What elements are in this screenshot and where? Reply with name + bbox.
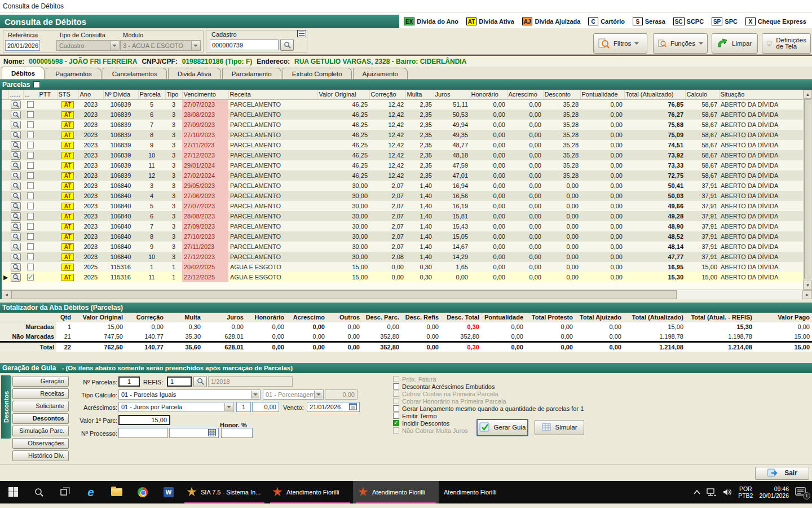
column-header[interactable]: ... — [23, 90, 38, 99]
checkbox-gerar-lan-amento-mesmo-quando-[interactable]: Gerar Lançamento mesmo quando a quantida… — [393, 405, 584, 412]
vertical-scroll-thumb[interactable] — [804, 99, 811, 279]
clock[interactable]: 09:4620/01/2026 — [759, 485, 789, 499]
column-header[interactable]: Honorário — [470, 90, 507, 99]
scroll-left-button[interactable]: ◄ — [2, 290, 11, 299]
table-row[interactable]: AT20231068395327/07/2023PARCELAMENTO46,2… — [2, 99, 805, 110]
checkbox-descontar-acr-scimos-embutidos[interactable]: Descontar Acréscimos Embutidos — [393, 383, 495, 390]
row-detail-button[interactable] — [11, 161, 21, 170]
column-header[interactable]: Tipo — [165, 90, 182, 99]
taskbar-search-button[interactable] — [26, 481, 52, 503]
row-checkbox[interactable] — [27, 233, 34, 240]
table-row[interactable]: AT20231068406328/08/2023PARCELAMENTO30,0… — [2, 211, 805, 221]
table-row[interactable]: AT20231068398327/10/2023PARCELAMENTO46,2… — [2, 130, 805, 140]
table-row[interactable]: AT20231068396328/08/2023PARCELAMENTO46,2… — [2, 110, 805, 120]
checkbox-icon[interactable] — [393, 427, 399, 433]
scroll-down-button[interactable]: ▼ — [804, 281, 812, 290]
guia-nav-geração[interactable]: Geração — [12, 376, 69, 387]
guia-nav-descontos[interactable]: Descontos — [12, 413, 69, 424]
limpar-button[interactable]: Limpar — [712, 33, 758, 54]
checkbox-cobrar-honor-rio-na-primeira-p[interactable]: Cobrar Honorário na Primeira Parcela — [393, 398, 506, 405]
definicoes-tela-button[interactable]: Definiçõesde Tela — [762, 33, 811, 54]
calendar-icon[interactable] — [349, 403, 357, 410]
checkbox-emitir-termo[interactable]: Emitir Termo — [393, 413, 437, 419]
honor-input[interactable] — [221, 428, 253, 438]
table-row[interactable]: AT202310684010327/12/2023PARCELAMENTO30,… — [2, 252, 805, 262]
list-icon[interactable] — [297, 30, 306, 37]
internet-explorer-icon[interactable]: e — [78, 481, 104, 503]
column-header[interactable]: Desconto — [543, 90, 580, 99]
tab-débitos[interactable]: Débitos — [2, 67, 45, 79]
referencia-field[interactable]: 20/01/2026 — [5, 40, 40, 51]
table-row[interactable]: AT20231068404327/06/2023PARCELAMENTO30,0… — [2, 191, 805, 201]
taskbar-item[interactable]: Atendimento Fiorilli — [267, 481, 353, 503]
acrescimos-n-input[interactable]: 1 — [236, 402, 251, 412]
horizontal-scrollbar[interactable]: ◄ ► — [2, 290, 812, 299]
row-detail-button[interactable] — [11, 202, 21, 211]
guia-nav-observações[interactable]: Observações — [12, 438, 69, 449]
tab-pagamentos[interactable]: Pagamentos — [46, 68, 102, 79]
checkbox-cobrar-custas-na-primeira-parc[interactable]: Cobrar Custas na Primeira Parcela — [393, 391, 498, 397]
gerar-guia-button[interactable]: Gerar Guia — [476, 419, 528, 436]
tab-extrato-completo[interactable]: Extrato Completo — [283, 68, 352, 79]
checkbox-icon[interactable] — [393, 376, 399, 382]
table-row[interactable]: AT20231068397327/09/2023PARCELAMENTO46,2… — [2, 120, 805, 130]
row-detail-button[interactable] — [11, 233, 21, 241]
checkbox-icon[interactable] — [393, 405, 399, 411]
guia-nav-solicitante[interactable]: Solicitante — [12, 401, 69, 411]
start-button[interactable] — [0, 481, 26, 503]
table-row[interactable]: AT20231068399327/11/2023PARCELAMENTO46,2… — [2, 140, 805, 150]
row-checkbox[interactable] — [27, 172, 34, 179]
tipo-consulta-select[interactable]: Cadastro — [56, 40, 120, 51]
scroll-up-button[interactable]: ▲ — [804, 90, 812, 99]
checkbox-icon[interactable] — [393, 413, 399, 419]
row-detail-button[interactable] — [11, 151, 21, 160]
horizontal-scroll-thumb[interactable] — [11, 290, 677, 299]
checkbox-incidir-descontos[interactable]: Incidir Descontos — [393, 420, 449, 427]
vencto-input[interactable]: 21/01/2026 — [307, 402, 360, 412]
row-detail-button[interactable] — [11, 121, 21, 129]
column-header[interactable]: Vencimento — [182, 90, 228, 99]
row-checkbox[interactable] — [27, 142, 34, 148]
file-explorer-icon[interactable] — [104, 481, 130, 503]
row-detail-button[interactable] — [11, 263, 21, 271]
scroll-right-button[interactable]: ► — [802, 290, 812, 299]
row-checkbox[interactable] — [27, 182, 34, 189]
valor-parc-input[interactable]: 15,00 — [118, 415, 170, 425]
n-parcelas-input[interactable]: 1 — [118, 376, 140, 387]
row-checkbox[interactable] — [27, 253, 34, 260]
taskbar-item[interactable]: SIA 7.5 - Sistema In... — [182, 481, 267, 503]
row-detail-button[interactable] — [11, 131, 21, 139]
tipo-calculo-select[interactable]: 01 - Parcelas Iguais — [118, 389, 261, 400]
column-header[interactable]: Juros — [434, 90, 470, 99]
language-indicator[interactable]: PORPTB2 — [738, 485, 753, 499]
filtros-button[interactable]: Filtros — [593, 33, 647, 54]
taskbar-item[interactable]: Atendimento Fiorilli — [353, 481, 439, 503]
checkbox-icon[interactable] — [393, 391, 399, 397]
tab-divida-ativa[interactable]: Divida Ativa — [168, 68, 221, 79]
taskbar-item[interactable]: Atendimento Fiorilli — [439, 481, 524, 503]
row-checkbox[interactable] — [27, 274, 34, 281]
column-header[interactable]: Parcela — [138, 90, 165, 99]
row-checkbox[interactable] — [27, 223, 34, 230]
table-row[interactable]: AT20231068405327/07/2023PARCELAMENTO30,0… — [2, 201, 805, 211]
row-checkbox[interactable] — [27, 152, 34, 159]
word-icon[interactable]: W — [156, 481, 182, 503]
sair-button[interactable]: Sair — [755, 467, 809, 480]
row-detail-button[interactable] — [11, 192, 21, 200]
cadastro-input[interactable]: 000000739 — [210, 40, 279, 50]
column-header[interactable]: STS — [57, 90, 78, 99]
processo-input-2[interactable] — [169, 428, 219, 438]
guia-nav-histórico-div-[interactable]: Histórico Div. — [12, 450, 69, 461]
tab-cancelamentos[interactable]: Cancelamentos — [103, 68, 167, 79]
row-detail-button[interactable] — [11, 172, 21, 180]
cadastro-search-button[interactable] — [280, 39, 294, 51]
funcoes-button[interactable]: Funções — [653, 33, 708, 54]
refis-search-button[interactable] — [193, 376, 207, 387]
column-header[interactable]: Nº Divida — [103, 90, 138, 99]
parcelas-checkbox[interactable] — [33, 81, 40, 88]
row-detail-button[interactable] — [11, 141, 21, 150]
row-checkbox[interactable] — [27, 213, 34, 220]
table-lookup-icon[interactable] — [208, 429, 216, 436]
table-row[interactable]: AT20231068403329/05/2023PARCELAMENTO30,0… — [2, 181, 805, 191]
table-row[interactable]: AT202310683911329/01/2024PARCELAMENTO46,… — [2, 160, 805, 170]
